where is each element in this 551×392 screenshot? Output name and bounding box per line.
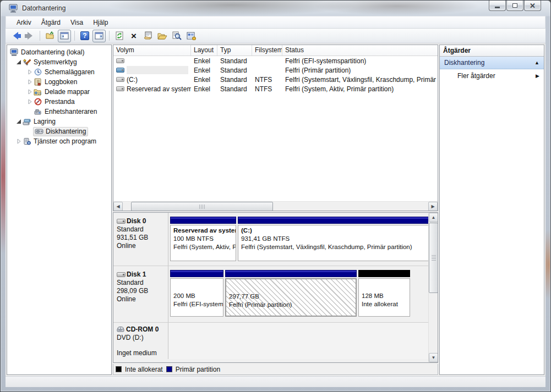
disk-status: Online: [117, 295, 166, 303]
column-header-status[interactable]: Status: [282, 45, 438, 56]
forward-button[interactable]: [23, 30, 36, 42]
tree-item-enhetshanteraren[interactable]: Enhetshanteraren: [7, 107, 111, 117]
expander-collapsed-icon[interactable]: [15, 138, 22, 145]
expander-collapsed-icon[interactable]: [26, 69, 33, 76]
tree-label: Datorhantering (lokal): [21, 48, 84, 56]
tree-item-delade-mappar[interactable]: 23 Delade mappar: [7, 87, 111, 97]
tree-label: Schemaläggaren: [45, 68, 95, 76]
menu-arkiv[interactable]: Arkiv: [12, 17, 36, 28]
primary-partition-bar: [225, 270, 357, 277]
help-topics-button[interactable]: [184, 30, 198, 42]
disk1-row[interactable]: Disk 1 Standard 298,09 GB Online 200 MB …: [113, 266, 428, 323]
expander-expanded-icon[interactable]: [15, 59, 22, 66]
tree-item-diskhantering[interactable]: Diskhantering: [7, 126, 111, 136]
column-header-filsystem[interactable]: Filsystem: [252, 45, 282, 56]
cdrom-label[interactable]: CD-ROM 0 DVD (D:) Inget medium: [113, 323, 168, 359]
tree-selection: Diskhantering: [33, 127, 88, 136]
volume-row[interactable]: (C:) Enkel Standard NTFS Felfri (Systems…: [113, 75, 438, 84]
volume-row[interactable]: Enkel Standard Felfri (EFI-systemspartit…: [113, 56, 438, 65]
partition-name: Reserverad av systemet: [173, 227, 233, 235]
vertical-scrollbar[interactable]: ▲ ▼: [428, 213, 438, 362]
tree-item-prestanda[interactable]: Prestanda: [7, 97, 111, 107]
disk0-label[interactable]: Disk 0 Standard 931,51 GB Online: [113, 213, 168, 266]
volume-row-selected[interactable]: Enkel Standard Felfri (Primär partition): [113, 65, 438, 75]
selection-highlight: [127, 66, 188, 74]
tree-item-tjanster-och-program[interactable]: Tjänster och program: [7, 136, 111, 146]
partition-reserved[interactable]: Reserverad av systemet 100 MB NTFS Felfr…: [170, 217, 236, 261]
restore-button[interactable]: [506, 1, 523, 11]
menu-visa[interactable]: Visa: [66, 17, 88, 28]
show-console-tree-button[interactable]: [58, 30, 71, 42]
tree-label: Loggboken: [45, 78, 77, 86]
volume-status: Felfri (EFI-systemspartition): [282, 57, 438, 65]
tree-item-schemalaggaren[interactable]: Schemaläggaren: [7, 67, 111, 77]
legend-label-unallocated: Inte allokerat: [125, 366, 163, 373]
partition-c[interactable]: (C:) 931,41 GB NTFS Felfri (Systemstart,…: [238, 217, 429, 261]
scroll-thumb[interactable]: [429, 223, 438, 293]
horizontal-scrollbar[interactable]: ◀ ▶: [113, 201, 438, 211]
column-header-volym[interactable]: Volym: [113, 45, 191, 56]
disk1-label[interactable]: Disk 1 Standard 298,09 GB Online: [113, 266, 168, 322]
volume-icon: [116, 77, 124, 82]
column-header-layout[interactable]: Layout: [191, 45, 217, 56]
column-header-typ[interactable]: Typ: [217, 45, 252, 56]
scroll-left-button[interactable]: ◀: [113, 202, 123, 211]
back-button[interactable]: [9, 30, 22, 42]
scroll-right-button[interactable]: ▶: [428, 202, 438, 211]
tree-item-systemverktyg[interactable]: Systemverktyg: [7, 57, 111, 67]
partition-primary-selected[interactable]: 297,77 GB Felfri (Primär partition): [225, 270, 357, 317]
actions-group-diskhantering[interactable]: Diskhantering ▲: [440, 57, 544, 69]
partition-efi[interactable]: 200 MB Felfri (EFI-systempartition): [170, 270, 223, 317]
partition-unallocated[interactable]: 128 MB Inte allokerat: [358, 270, 410, 317]
toolbar-separator: [109, 31, 110, 41]
volume-row[interactable]: Reserverad av systemet Enkel Standard NT…: [113, 84, 438, 93]
tree-label: Enhetshanteraren: [45, 108, 97, 115]
show-action-pane-button[interactable]: [92, 30, 106, 42]
restore-icon: [512, 3, 517, 8]
scroll-track[interactable]: [123, 202, 428, 211]
find-button[interactable]: [170, 30, 183, 42]
minimize-button[interactable]: [489, 1, 506, 11]
tree-item-loggboken[interactable]: Loggboken: [7, 77, 111, 87]
volume-status: Felfri (Systemstart, Växlingsfil, Krasch…: [282, 76, 438, 84]
scroll-thumb[interactable]: [131, 202, 273, 211]
primary-partition-bar: [170, 270, 223, 277]
scroll-down-button[interactable]: ▼: [429, 353, 438, 362]
disk0-row[interactable]: Disk 0 Standard 931,51 GB Online Reserve…: [113, 213, 428, 266]
collapse-arrow-icon[interactable]: ▲: [534, 60, 539, 65]
open-folder-button[interactable]: [156, 30, 169, 42]
toolbar-separator: [40, 31, 40, 41]
scroll-up-button[interactable]: ▲: [429, 213, 438, 222]
refresh-button[interactable]: [113, 30, 126, 42]
tree-item-lagring[interactable]: Lagring: [7, 117, 111, 126]
delete-icon: ×: [131, 31, 137, 41]
partition-status: Felfri (System, Aktiv, Primär partition): [173, 243, 233, 251]
expander-collapsed-icon[interactable]: [26, 89, 33, 96]
expander-collapsed-icon[interactable]: [26, 98, 33, 106]
delete-button[interactable]: ×: [127, 30, 140, 42]
volume-layout: Enkel: [191, 76, 217, 84]
cdrom-row[interactable]: CD-ROM 0 DVD (D:) Inget medium: [113, 323, 428, 359]
partition-size: 128 MB: [362, 292, 407, 300]
toolbar: ? ×: [6, 29, 545, 43]
menu-atgard[interactable]: Åtgärd: [36, 17, 66, 28]
expander-collapsed-icon[interactable]: [26, 79, 33, 86]
actions-item-more[interactable]: Fler åtgärder ▶: [440, 69, 544, 82]
titlebar[interactable]: Datorhantering ✕: [6, 1, 545, 16]
properties-icon: [144, 31, 153, 40]
menu-hjalp[interactable]: Hjälp: [88, 17, 113, 28]
close-button[interactable]: ✕: [524, 1, 541, 11]
properties-button[interactable]: [141, 30, 155, 42]
help-button[interactable]: ?: [78, 30, 91, 42]
volume-status: Felfri (System, Aktiv, Primär partition): [282, 85, 438, 93]
cdrom-icon: [117, 326, 125, 333]
caption-buttons: ✕: [488, 1, 541, 11]
partition-status: Felfri (Systemstart, Växlingsfil, Krasch…: [241, 243, 425, 251]
storage-icon: [22, 118, 31, 126]
tree-label: Lagring: [34, 118, 56, 125]
expander-expanded-icon[interactable]: [15, 118, 22, 125]
disk-type: Standard: [117, 225, 166, 234]
tree-item-datorhantering[interactable]: Datorhantering (lokal): [7, 47, 111, 57]
computer-management-window: Datorhantering ✕ Arkiv Åtgärd Visa Hjälp: [0, 0, 551, 392]
export-list-button[interactable]: [43, 30, 57, 42]
